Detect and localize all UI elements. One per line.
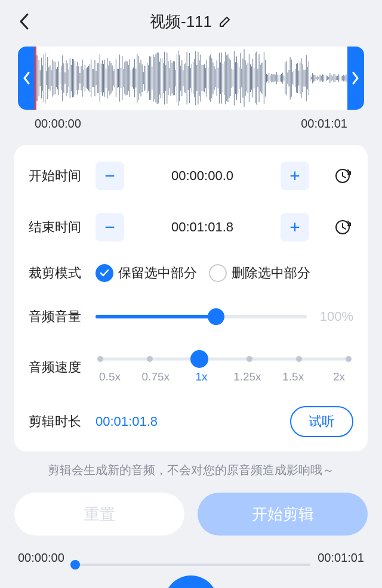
volume-label: 音频音量 bbox=[29, 308, 96, 326]
reset-button[interactable]: 重置 bbox=[14, 493, 184, 536]
pencil-icon bbox=[218, 14, 232, 29]
waveform[interactable]: placeholder bbox=[18, 47, 364, 110]
speed-tick bbox=[346, 356, 352, 362]
page-title-wrap: 视频-111 bbox=[150, 11, 232, 32]
start-time-value[interactable]: 00:00:00.0 bbox=[124, 168, 281, 184]
waveform-right-handle[interactable] bbox=[347, 47, 364, 110]
speed-option[interactable]: 1.25x bbox=[230, 370, 264, 383]
header: 视频-111 bbox=[0, 0, 382, 43]
play-total-time: 00:01:01 bbox=[318, 551, 364, 565]
check-icon bbox=[99, 268, 110, 278]
end-time-label: 结束时间 bbox=[29, 218, 96, 236]
speed-option[interactable]: 0.5x bbox=[93, 370, 127, 383]
speed-option[interactable]: 2x bbox=[322, 370, 356, 383]
volume-percent: 100% bbox=[307, 309, 353, 324]
start-time-row: 开始时间 − 00:00:00.0 + bbox=[29, 162, 353, 190]
clock-icon bbox=[334, 167, 352, 185]
radio-unchecked-icon bbox=[209, 264, 227, 282]
chevron-left-icon bbox=[23, 72, 30, 85]
play-bar: 00:00:00 00:01:01 bbox=[18, 551, 364, 588]
speed-row: 音频速度 0.5x0.75x1x1.25x1.5x2x bbox=[29, 351, 353, 383]
chevron-right-icon bbox=[352, 72, 359, 85]
duration-label: 剪辑时长 bbox=[29, 413, 96, 431]
volume-slider[interactable] bbox=[96, 305, 307, 329]
clip-mode-remove-label: 删除选中部分 bbox=[232, 264, 310, 282]
speed-tick bbox=[296, 356, 302, 362]
action-row: 重置 开始剪辑 bbox=[14, 493, 368, 536]
chevron-left-icon bbox=[19, 13, 29, 30]
back-button[interactable] bbox=[14, 12, 33, 31]
end-time-increment[interactable]: + bbox=[281, 213, 309, 242]
end-time-row: 结束时间 − 00:01:01.8 + bbox=[29, 213, 353, 242]
speed-thumb[interactable] bbox=[190, 350, 208, 368]
speed-label: 音频速度 bbox=[29, 358, 96, 376]
start-time-stepper: − 00:00:00.0 + bbox=[96, 162, 309, 190]
clip-mode-keep[interactable]: 保留选中部分 bbox=[96, 264, 197, 282]
end-time-now-button[interactable] bbox=[332, 216, 353, 238]
slider-fill bbox=[96, 315, 216, 318]
speed-tick bbox=[247, 356, 252, 362]
start-time-label: 开始时间 bbox=[29, 167, 96, 185]
waveform-section: placeholder 00:00:00 00:01:01 bbox=[18, 47, 364, 131]
start-time-decrement[interactable]: − bbox=[96, 162, 124, 190]
edit-panel: 开始时间 − 00:00:00.0 + 结束时间 − 00:01:01.8 + bbox=[14, 145, 368, 451]
play-progress[interactable] bbox=[72, 559, 310, 571]
speed-track bbox=[100, 351, 349, 367]
duration-row: 剪辑时长 00:01:01.8 试听 bbox=[29, 406, 353, 437]
waveform-start-time: 00:00:00 bbox=[35, 117, 81, 131]
clip-mode-remove[interactable]: 删除选中部分 bbox=[209, 264, 310, 282]
slider-thumb[interactable] bbox=[208, 308, 224, 325]
end-time-decrement[interactable]: − bbox=[96, 213, 124, 242]
speed-line bbox=[100, 358, 349, 361]
play-current-time: 00:00:00 bbox=[18, 551, 64, 565]
waveform-end-time: 00:01:01 bbox=[301, 117, 347, 131]
duration-value: 00:01:01.8 bbox=[96, 414, 290, 429]
hint-text: 剪辑会生成新的音频，不会对您的原音频造成影响哦～ bbox=[0, 462, 382, 478]
clip-mode-radio-group: 保留选中部分 删除选中部分 bbox=[96, 264, 310, 282]
waveform-canvas[interactable]: placeholder bbox=[35, 47, 347, 110]
end-time-value[interactable]: 00:01:01.8 bbox=[124, 219, 281, 235]
start-time-increment[interactable]: + bbox=[281, 162, 309, 190]
edit-title-button[interactable] bbox=[218, 14, 232, 29]
play-button[interactable] bbox=[164, 575, 218, 588]
speed-tick bbox=[97, 356, 103, 362]
start-clip-button[interactable]: 开始剪辑 bbox=[198, 493, 368, 536]
end-time-stepper: − 00:01:01.8 + bbox=[96, 213, 309, 242]
clip-mode-label: 裁剪模式 bbox=[29, 264, 96, 282]
page-title: 视频-111 bbox=[150, 11, 212, 32]
clip-mode-row: 裁剪模式 保留选中部分 删除选中部分 bbox=[29, 264, 353, 282]
play-track bbox=[72, 564, 310, 566]
speed-tick bbox=[147, 356, 153, 362]
start-time-now-button[interactable] bbox=[332, 165, 353, 187]
waveform-left-handle[interactable] bbox=[18, 47, 35, 110]
play-thumb[interactable] bbox=[70, 560, 80, 570]
speed-option[interactable]: 1x bbox=[185, 370, 218, 383]
clip-mode-keep-label: 保留选中部分 bbox=[118, 264, 197, 282]
waveform-times: 00:00:00 00:01:01 bbox=[18, 110, 364, 131]
speed-option[interactable]: 1.5x bbox=[276, 370, 310, 383]
speed-labels: 0.5x0.75x1x1.25x1.5x2x bbox=[93, 370, 356, 383]
radio-checked-icon bbox=[96, 264, 113, 282]
clock-icon bbox=[334, 218, 352, 236]
speed-slider[interactable]: 0.5x0.75x1x1.25x1.5x2x bbox=[96, 351, 353, 383]
speed-option[interactable]: 0.75x bbox=[139, 370, 172, 383]
waveform-svg: placeholder bbox=[36, 47, 347, 110]
volume-row: 音频音量 100% bbox=[29, 305, 353, 329]
preview-button[interactable]: 试听 bbox=[290, 406, 353, 437]
